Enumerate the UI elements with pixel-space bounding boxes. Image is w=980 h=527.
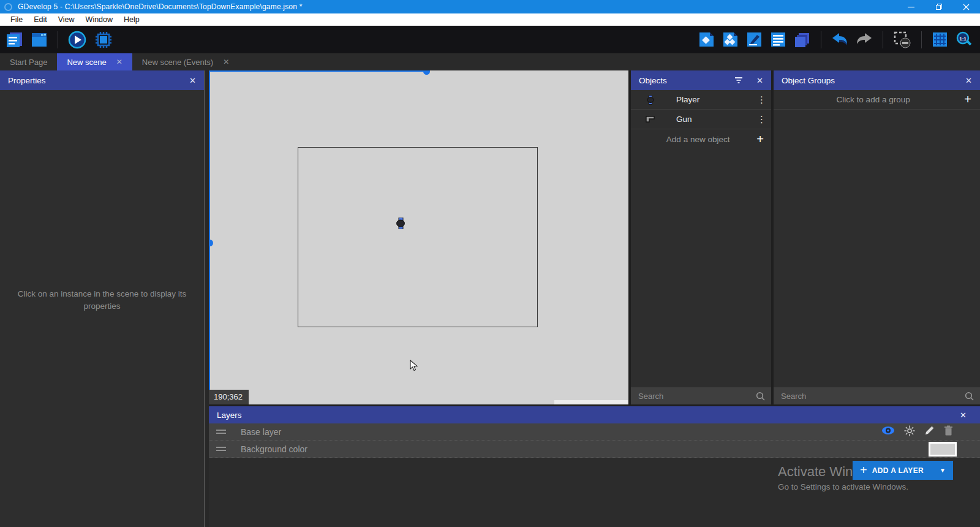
debug-chip-icon bbox=[94, 30, 113, 50]
layer-effects-icon[interactable] bbox=[904, 425, 915, 439]
object-row-player[interactable]: Player ⋮ bbox=[631, 90, 771, 110]
objects-search-bar bbox=[631, 387, 771, 404]
background-color-swatch[interactable] bbox=[929, 442, 957, 457]
chevron-down-icon[interactable]: ▼ bbox=[940, 467, 946, 474]
menu-window[interactable]: Window bbox=[80, 13, 118, 26]
deselect-button[interactable] bbox=[893, 31, 911, 49]
object-groups-panel-button[interactable] bbox=[722, 31, 739, 48]
instances-list-panel-button[interactable] bbox=[770, 31, 786, 48]
properties-panel: Properties ✕ Click on an instance in the… bbox=[0, 70, 204, 527]
object-menu-icon[interactable]: ⋮ bbox=[757, 95, 766, 104]
project-manager-icon bbox=[5, 31, 23, 49]
close-panel-icon[interactable]: ✕ bbox=[756, 76, 763, 85]
player-instance[interactable] bbox=[396, 218, 405, 232]
tab-close-icon[interactable]: ✕ bbox=[223, 58, 229, 66]
properties-panel-button[interactable] bbox=[746, 31, 763, 48]
add-group-row[interactable]: Click to add a group + bbox=[774, 90, 980, 110]
objects-icon bbox=[698, 31, 715, 48]
menu-help[interactable]: Help bbox=[118, 13, 145, 26]
minimize-icon bbox=[908, 4, 914, 10]
canvas-horizontal-scrollbar[interactable] bbox=[554, 400, 628, 404]
layers-panel: Layers ✕ Base layer bbox=[209, 406, 980, 527]
filter-icon[interactable] bbox=[734, 77, 743, 84]
layers-icon bbox=[794, 31, 811, 48]
undo-button[interactable] bbox=[831, 32, 848, 48]
tab-label: New scene bbox=[67, 58, 106, 67]
object-groups-panel: Object Groups ✕ Click to add a group + bbox=[774, 70, 980, 404]
objects-panel-header: Objects ✕ bbox=[631, 70, 771, 90]
add-object-row[interactable]: Add a new object + bbox=[631, 129, 771, 149]
objects-panel: Objects ✕ Player ⋮ Gun ⋮ bbox=[631, 70, 771, 404]
tab-label: Start Page bbox=[10, 58, 47, 67]
preview-button[interactable] bbox=[67, 30, 87, 50]
groups-search-input[interactable] bbox=[774, 392, 965, 401]
close-panel-icon[interactable]: ✕ bbox=[965, 76, 972, 85]
close-panel-icon[interactable]: ✕ bbox=[960, 411, 967, 420]
gun-object-icon bbox=[646, 115, 655, 123]
minimize-button[interactable] bbox=[897, 0, 925, 13]
redo-button[interactable] bbox=[856, 32, 873, 48]
layer-visibility-icon[interactable] bbox=[881, 426, 895, 438]
groups-search-bar bbox=[774, 387, 980, 404]
scene-border-handle-top[interactable] bbox=[423, 70, 430, 75]
redo-icon bbox=[856, 32, 873, 48]
menubar: File Edit View Window Help bbox=[0, 13, 980, 26]
window-title: GDevelop 5 - C:\Users\Sparkle\OneDrive\D… bbox=[18, 2, 303, 11]
close-button[interactable] bbox=[952, 0, 980, 13]
menu-edit[interactable]: Edit bbox=[28, 13, 53, 26]
close-panel-icon[interactable]: ✕ bbox=[189, 76, 196, 85]
layer-edit-icon[interactable] bbox=[924, 425, 935, 438]
play-icon bbox=[67, 30, 87, 50]
tab-new-scene[interactable]: New scene ✕ bbox=[57, 53, 132, 70]
properties-empty-message: Click on an instance in the scene to dis… bbox=[11, 288, 193, 313]
panel-title: Layers bbox=[217, 411, 242, 420]
grid-icon bbox=[932, 31, 948, 48]
tab-new-scene-events[interactable]: New scene (Events) ✕ bbox=[132, 53, 239, 70]
start-page-button[interactable] bbox=[30, 31, 48, 49]
close-icon bbox=[963, 4, 970, 10]
titlebar: GDevelop 5 - C:\Users\Sparkle\OneDrive\D… bbox=[0, 0, 980, 13]
menu-file[interactable]: File bbox=[5, 13, 28, 26]
add-object-label: Add a new object bbox=[631, 135, 756, 144]
instances-list-icon bbox=[770, 31, 786, 48]
app-icon bbox=[4, 3, 12, 11]
objects-panel-button[interactable] bbox=[698, 31, 715, 48]
deselect-icon bbox=[893, 31, 911, 49]
object-row-gun[interactable]: Gun ⋮ bbox=[631, 110, 771, 129]
layer-row-background-color[interactable]: Background color bbox=[209, 441, 980, 458]
drag-handle-icon[interactable] bbox=[216, 430, 226, 434]
scene-border-handle-left[interactable] bbox=[209, 240, 213, 246]
mouse-cursor bbox=[410, 360, 418, 374]
layer-name: Base layer bbox=[241, 427, 281, 437]
layer-delete-icon[interactable] bbox=[944, 425, 953, 438]
restore-button[interactable] bbox=[925, 0, 952, 13]
zoom-original-button[interactable]: 1:1 bbox=[956, 31, 973, 48]
layer-row-base[interactable]: Base layer bbox=[209, 423, 980, 441]
player-object-icon bbox=[646, 95, 655, 105]
layers-panel-button[interactable] bbox=[794, 31, 811, 48]
tab-start-page[interactable]: Start Page bbox=[0, 53, 57, 70]
svg-text:1:1: 1:1 bbox=[959, 36, 967, 41]
scene-canvas[interactable]: 190;362 bbox=[209, 70, 628, 404]
scene-border-left bbox=[209, 70, 210, 404]
tab-close-icon[interactable]: ✕ bbox=[116, 58, 123, 66]
panel-title: Properties bbox=[8, 76, 46, 85]
tabbar: Start Page New scene ✕ New scene (Events… bbox=[0, 53, 980, 70]
object-groups-icon bbox=[722, 31, 739, 48]
object-menu-icon[interactable]: ⋮ bbox=[757, 115, 766, 124]
add-layer-button[interactable]: + ADD A LAYER ▼ bbox=[853, 461, 953, 480]
cursor-coordinates-badge: 190;362 bbox=[209, 390, 249, 404]
drag-handle-icon[interactable] bbox=[216, 447, 226, 451]
restore-icon bbox=[935, 3, 943, 10]
add-group-label: Click to add a group bbox=[774, 95, 964, 104]
properties-panel-header: Properties ✕ bbox=[0, 70, 204, 90]
toolbar-divider bbox=[921, 31, 922, 48]
debug-button[interactable] bbox=[94, 30, 113, 50]
undo-icon bbox=[831, 32, 848, 48]
grid-button[interactable] bbox=[932, 31, 948, 48]
project-manager-button[interactable] bbox=[5, 31, 23, 49]
objects-search-input[interactable] bbox=[631, 392, 756, 401]
add-layer-label: ADD A LAYER bbox=[872, 466, 924, 475]
properties-pencil-icon bbox=[746, 31, 763, 48]
menu-view[interactable]: View bbox=[53, 13, 80, 26]
